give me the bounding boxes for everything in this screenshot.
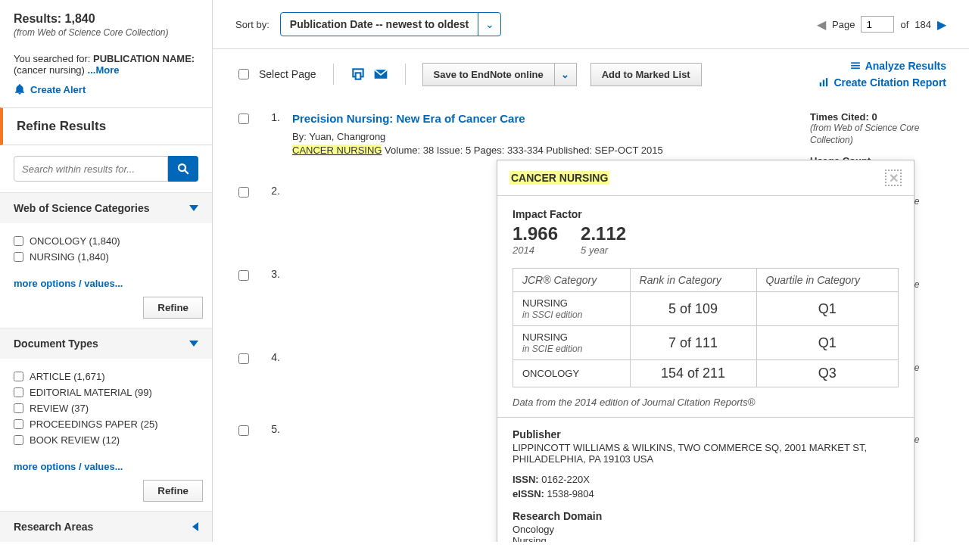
- result-checkbox[interactable]: [238, 353, 249, 364]
- result-authors: By: Yuan, Changrong: [292, 131, 795, 142]
- facet-research-areas: Research Areas: [0, 511, 212, 542]
- times-cited[interactable]: Times Cited: 0: [810, 111, 946, 123]
- svg-rect-5: [851, 65, 860, 67]
- results-subtitle: (from Web of Science Core Collection): [14, 27, 198, 38]
- facet-header[interactable]: Document Types: [0, 328, 212, 359]
- topbar: Sort by: Publication Date -- newest to o…: [213, 0, 969, 49]
- save-endnote-button[interactable]: Save to EndNote online ⌄: [422, 63, 577, 86]
- refine-button[interactable]: Refine: [143, 297, 203, 319]
- popup-title: CANCER NURSING: [509, 171, 609, 185]
- result-number: 3.: [259, 268, 280, 280]
- chevron-down-icon: [189, 205, 198, 211]
- save-dropdown-button[interactable]: ⌄: [555, 63, 577, 86]
- result-checkbox[interactable]: [238, 114, 249, 124]
- svg-rect-4: [851, 62, 860, 64]
- facet-item[interactable]: PROCEEDINGS PAPER (25): [14, 418, 198, 430]
- next-page-button[interactable]: ▶: [937, 17, 946, 32]
- result-number: 5.: [259, 423, 280, 435]
- toolbar: Select Page Save to EndNote online ⌄ Add…: [213, 49, 969, 93]
- print-icon[interactable]: [351, 67, 366, 82]
- more-link[interactable]: ...More: [88, 64, 120, 76]
- facet-item[interactable]: NURSING (1,840): [14, 251, 198, 263]
- select-page-checkbox[interactable]: Select Page: [235, 67, 316, 82]
- journal-name-link[interactable]: CANCER NURSING: [292, 145, 382, 156]
- impact-factor-current: 1.966: [513, 223, 558, 244]
- svg-rect-7: [820, 82, 821, 86]
- analyze-results-link[interactable]: Analyze Results: [850, 60, 946, 72]
- create-alert-button[interactable]: Create Alert: [14, 83, 198, 95]
- result-number: 2.: [259, 185, 280, 197]
- svg-rect-3: [355, 73, 360, 79]
- search-within-button[interactable]: [168, 156, 198, 182]
- impact-factor-5year: 2.112: [581, 223, 626, 244]
- result-number: 4.: [259, 351, 280, 363]
- prev-page-button[interactable]: ◀: [817, 17, 826, 32]
- email-icon[interactable]: [373, 67, 388, 82]
- bars-icon: [850, 61, 861, 71]
- research-domain-label: Research Domain: [513, 510, 899, 522]
- facet-wos-categories: Web of Science Categories ONCOLOGY (1,84…: [0, 192, 212, 328]
- svg-rect-6: [851, 67, 860, 69]
- facet-header[interactable]: Research Areas: [0, 512, 212, 542]
- search-icon: [176, 162, 190, 176]
- result-checkbox[interactable]: [238, 425, 249, 436]
- facet-item[interactable]: ONCOLOGY (1,840): [14, 235, 198, 247]
- add-marked-list-button[interactable]: Add to Marked List: [590, 63, 702, 86]
- chevron-down-icon: [189, 341, 198, 347]
- table-row: NURSINGin SSCI edition 5 of 109 Q1: [513, 292, 899, 326]
- facet-document-types: Document Types ARTICLE (1,671) EDITORIAL…: [0, 328, 212, 511]
- svg-rect-8: [823, 80, 824, 87]
- total-pages: 184: [914, 19, 931, 30]
- svg-rect-9: [826, 78, 827, 86]
- chevron-down-icon: ⌄: [485, 18, 494, 30]
- result-number: 1.: [259, 111, 280, 123]
- journal-info-popup: CANCER NURSING ✕ Impact Factor 1.966 201…: [497, 160, 914, 542]
- result-source: CANCER NURSING Volume: 38 Issue: 5 Pages…: [292, 145, 795, 156]
- chevron-left-icon: [192, 522, 198, 531]
- searched-for: You searched for: PUBLICATION NAME: (can…: [14, 53, 198, 76]
- more-options-link[interactable]: more options / values...: [14, 278, 123, 289]
- chart-icon: [818, 77, 829, 88]
- facet-header[interactable]: Web of Science Categories: [0, 193, 212, 223]
- facet-item[interactable]: EDITORIAL MATERIAL (99): [14, 387, 198, 398]
- jcr-note: Data from the 2014 edition of Journal Ci…: [513, 397, 899, 408]
- search-within-input[interactable]: [14, 156, 168, 182]
- facet-item[interactable]: ARTICLE (1,671): [14, 371, 198, 382]
- results-count: Results: 1,840: [14, 12, 198, 26]
- bell-icon: [14, 83, 26, 95]
- result-title-link[interactable]: Precision Nursing: New Era of Cancer Car…: [292, 111, 795, 126]
- svg-line-1: [185, 170, 189, 174]
- facet-item[interactable]: BOOK REVIEW (12): [14, 434, 198, 446]
- pager: ◀ Page of 184 ▶: [817, 16, 946, 33]
- page-number-input[interactable]: [861, 16, 894, 33]
- facet-item[interactable]: REVIEW (37): [14, 403, 198, 414]
- sort-label: Sort by:: [235, 19, 270, 30]
- sidebar: Results: 1,840 (from Web of Science Core…: [0, 0, 213, 542]
- result-checkbox[interactable]: [238, 270, 249, 281]
- close-icon[interactable]: ✕: [885, 170, 902, 186]
- citation-report-link[interactable]: Create Citation Report: [818, 76, 946, 89]
- more-options-link[interactable]: more options / values...: [14, 461, 123, 472]
- jcr-table: JCR® Category Rank in Category Quartile …: [513, 268, 899, 387]
- main: Sort by: Publication Date -- newest to o…: [213, 0, 969, 542]
- refine-header: Refine Results: [0, 107, 212, 145]
- sort-select[interactable]: Publication Date -- newest to oldest ⌄: [280, 12, 501, 36]
- publisher-label: Publisher: [513, 428, 899, 440]
- impact-factor-label: Impact Factor: [513, 208, 899, 220]
- table-row: ONCOLOGY 154 of 211 Q3: [513, 360, 899, 387]
- refine-button[interactable]: Refine: [143, 480, 203, 502]
- result-checkbox[interactable]: [238, 187, 249, 198]
- table-row: NURSINGin SCIE edition 7 of 111 Q1: [513, 326, 899, 360]
- svg-point-0: [179, 164, 185, 171]
- publisher-value: LIPPINCOTT WILLIAMS & WILKINS, TWO COMME…: [513, 442, 899, 465]
